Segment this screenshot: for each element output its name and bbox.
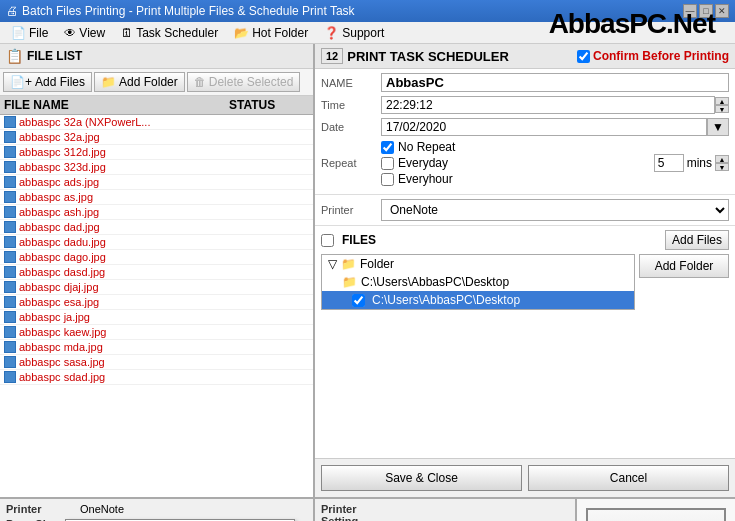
file-name-label: abbaspc dadu.jpg bbox=[19, 236, 229, 248]
cancel-button[interactable]: Cancel bbox=[528, 465, 729, 491]
time-down-button[interactable]: ▼ bbox=[715, 105, 729, 113]
list-item[interactable]: abbaspc 32a.jpg bbox=[0, 130, 313, 145]
confirm-checkbox[interactable] bbox=[577, 50, 590, 63]
folder-label: Folder bbox=[360, 257, 394, 271]
list-item[interactable]: abbaspc 323d.jpg bbox=[0, 160, 313, 175]
file-list-title: FILE LIST bbox=[27, 49, 82, 63]
support-icon: ❓ bbox=[324, 26, 339, 40]
list-item[interactable]: abbaspc dadu.jpg bbox=[0, 235, 313, 250]
menu-task-scheduler[interactable]: 🗓 Task Scheduler bbox=[114, 23, 225, 43]
list-item[interactable]: abbaspc as.jpg bbox=[0, 190, 313, 205]
date-picker-button[interactable]: ▼ bbox=[707, 118, 729, 136]
list-item[interactable]: abbaspc kaew.jpg bbox=[0, 325, 313, 340]
name-input[interactable] bbox=[381, 73, 729, 92]
folder-hot-icon: 📂 bbox=[234, 26, 249, 40]
mins-spinner: ▲ ▼ bbox=[715, 155, 729, 171]
no-repeat-label: No Repeat bbox=[398, 140, 455, 154]
file-name-label: abbaspc sdad.jpg bbox=[19, 371, 229, 383]
menu-file[interactable]: 📄 File bbox=[4, 23, 55, 43]
file-list-header: 📋 FILE LIST bbox=[0, 44, 313, 69]
bottom-left: Printer OneNote Page Size Orientation On… bbox=[0, 499, 315, 521]
file-list-container[interactable]: abbaspc 32a (NXPowerL...abbaspc 32a.jpga… bbox=[0, 115, 313, 497]
bottom-bar: Printer OneNote Page Size Orientation On… bbox=[0, 497, 735, 521]
mins-input[interactable] bbox=[654, 154, 684, 172]
menu-support[interactable]: ❓ Support bbox=[317, 23, 391, 43]
delete-selected-button[interactable]: 🗑 Delete Selected bbox=[187, 72, 301, 92]
list-item[interactable]: abbaspc ash.jpg bbox=[0, 205, 313, 220]
bottom-printer-setting-row: Printer Setting bbox=[321, 503, 569, 521]
list-item[interactable]: abbaspc sasa.jpg bbox=[0, 355, 313, 370]
list-item[interactable]: abbaspc dasd.jpg bbox=[0, 265, 313, 280]
folder-sub[interactable]: 📁 C:\Users\AbbasPC\Desktop bbox=[322, 273, 634, 291]
file-name-label: abbaspc dasd.jpg bbox=[19, 266, 229, 278]
file-list-panel: 📋 FILE LIST 📄+ Add Files 📁 Add Folder 🗑 … bbox=[0, 44, 315, 497]
list-item[interactable]: abbaspc sdad.jpg bbox=[0, 370, 313, 385]
start-printing-button[interactable]: 🖨 Start Printing bbox=[586, 508, 726, 521]
add-folder-button[interactable]: 📁 Add Folder bbox=[94, 72, 185, 92]
add-files-btn-label: Add Files bbox=[672, 233, 722, 247]
folder-root[interactable]: ▽ 📁 Folder bbox=[322, 255, 634, 273]
files-checkbox[interactable] bbox=[321, 234, 334, 247]
files-add-button[interactable]: Add Files bbox=[665, 230, 729, 250]
file-toolbar: 📄+ Add Files 📁 Add Folder 🗑 Delete Selec… bbox=[0, 69, 313, 96]
list-item[interactable]: abbaspc 312d.jpg bbox=[0, 145, 313, 160]
folder-icon: 📁 bbox=[341, 257, 356, 271]
printer-select[interactable]: OneNote bbox=[381, 199, 729, 221]
menu-view[interactable]: 👁 View bbox=[57, 23, 112, 43]
list-item[interactable]: abbaspc dago.jpg bbox=[0, 250, 313, 265]
close-button[interactable]: ✕ bbox=[715, 4, 729, 18]
files-label: FILES bbox=[321, 233, 376, 247]
no-repeat-option[interactable]: No Repeat bbox=[381, 140, 648, 154]
list-item[interactable]: abbaspc djaj.jpg bbox=[0, 280, 313, 295]
no-repeat-checkbox[interactable] bbox=[381, 141, 394, 154]
mins-label: mins bbox=[687, 156, 712, 170]
date-value: ▼ bbox=[381, 118, 729, 136]
list-item[interactable]: abbaspc ads.jpg bbox=[0, 175, 313, 190]
list-item[interactable]: abbaspc ja.jpg bbox=[0, 310, 313, 325]
time-label: Time bbox=[321, 99, 381, 111]
mins-section: mins ▲ ▼ bbox=[654, 154, 729, 172]
file-name-label: abbaspc as.jpg bbox=[19, 191, 229, 203]
files-title: FILES bbox=[342, 233, 376, 247]
time-row: Time ▲ ▼ bbox=[321, 96, 729, 114]
folder-sub-icon: 📁 bbox=[342, 275, 357, 289]
list-icon: 📋 bbox=[6, 48, 23, 64]
everyday-option[interactable]: Everyday bbox=[381, 156, 648, 170]
everyhour-option[interactable]: Everyhour bbox=[381, 172, 648, 186]
file-thumb bbox=[4, 131, 16, 143]
time-up-button[interactable]: ▲ bbox=[715, 97, 729, 105]
list-item[interactable]: abbaspc mda.jpg bbox=[0, 340, 313, 355]
mins-up-button[interactable]: ▲ bbox=[715, 155, 729, 163]
file-thumb bbox=[4, 236, 16, 248]
file-thumb bbox=[4, 341, 16, 353]
save-close-button[interactable]: Save & Close bbox=[321, 465, 522, 491]
task-badge: 12 bbox=[321, 48, 343, 64]
col-name-header: FILE NAME bbox=[4, 98, 229, 112]
overlay-text: AbbasPC.Net bbox=[549, 8, 715, 40]
everyhour-checkbox[interactable] bbox=[381, 173, 394, 186]
print-task-title: PRINT TASK SCHEDULER bbox=[347, 49, 509, 64]
time-input[interactable] bbox=[381, 96, 715, 114]
mins-down-button[interactable]: ▼ bbox=[715, 163, 729, 171]
add-files-button[interactable]: 📄+ Add Files bbox=[3, 72, 92, 92]
menu-hot-folder[interactable]: 📂 Hot Folder bbox=[227, 23, 315, 43]
folder-tree: ▽ 📁 Folder 📁 C:\Users\AbbasPC\Desktop C:… bbox=[321, 254, 635, 310]
list-item[interactable]: abbaspc esa.jpg bbox=[0, 295, 313, 310]
file-thumb bbox=[4, 326, 16, 338]
list-item[interactable]: abbaspc 32a (NXPowerL... bbox=[0, 115, 313, 130]
confirm-before-printing[interactable]: Confirm Before Printing bbox=[577, 49, 729, 63]
action-buttons: Save & Close Cancel bbox=[315, 458, 735, 497]
add-folder-btn[interactable]: Add Folder bbox=[639, 254, 729, 278]
everyday-checkbox[interactable] bbox=[381, 157, 394, 170]
list-item[interactable]: abbaspc dad.jpg bbox=[0, 220, 313, 235]
folder-selected-item[interactable]: C:\Users\AbbasPC\Desktop bbox=[322, 291, 634, 309]
bottom-printer-value: OneNote bbox=[80, 503, 124, 515]
col-status-header: STATUS bbox=[229, 98, 309, 112]
date-input[interactable] bbox=[381, 118, 707, 136]
file-thumb bbox=[4, 281, 16, 293]
folder-selected-checkbox[interactable] bbox=[352, 294, 365, 307]
file-thumb bbox=[4, 206, 16, 218]
file-name-label: abbaspc mda.jpg bbox=[19, 341, 229, 353]
bottom-printer-setting-label: Printer Setting bbox=[321, 503, 391, 521]
title-bar-left: 🖨 Batch Files Printing - Print Multiple … bbox=[6, 4, 355, 18]
